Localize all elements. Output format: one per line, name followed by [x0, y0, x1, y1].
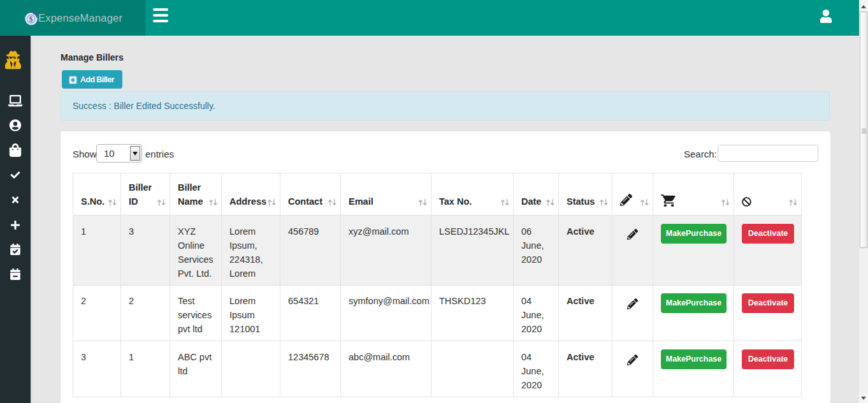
svg-text:$: $: [29, 15, 33, 23]
